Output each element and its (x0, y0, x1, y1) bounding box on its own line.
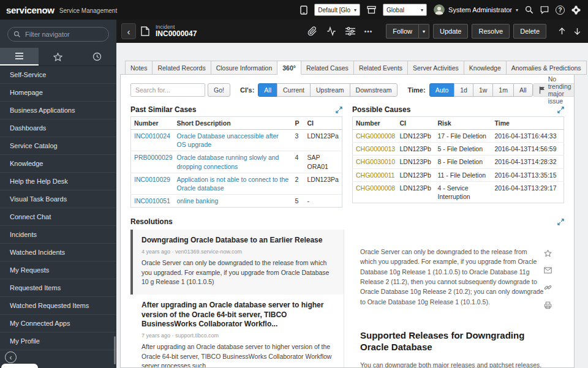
tab-related-events[interactable]: Related Events (354, 61, 408, 75)
time-cell: 2016-04-13T13:35:15 (492, 168, 564, 181)
tab-server-activities[interactable]: Server Activities (408, 61, 464, 75)
resolve-button[interactable]: Resolve (472, 24, 510, 39)
sidebar-tab-all-applications[interactable] (0, 48, 39, 66)
update-button[interactable]: Update (433, 24, 468, 39)
sidebar-item-my-profile[interactable]: My Profile (0, 332, 116, 350)
tab-anomalies-predictions[interactable]: Anomalies & Predictions (507, 61, 587, 75)
attachment-paperclip-icon[interactable] (307, 26, 317, 36)
previous-record-arrow-up-icon[interactable] (557, 26, 567, 36)
help-icon[interactable]: ? (556, 6, 565, 15)
column-header[interactable]: Risk (435, 117, 492, 130)
activity-stream-icon[interactable] (326, 26, 336, 36)
personalize-sliders-icon[interactable] (345, 27, 355, 36)
time-filter-1w[interactable]: 1w (473, 83, 493, 97)
user-menu[interactable]: System Administrator ▾ (434, 4, 518, 15)
case-number-link[interactable]: PRB0000029 (134, 154, 172, 161)
sidebar-scrollbar[interactable] (114, 336, 116, 364)
tab-related-cases[interactable]: Related Cases (301, 61, 354, 75)
email-envelope-icon[interactable] (544, 267, 552, 274)
chat-icon[interactable] (540, 6, 549, 14)
tab-360[interactable]: 360° (277, 61, 301, 75)
column-header[interactable]: P (292, 117, 304, 130)
ci-filter-all[interactable]: All (258, 83, 277, 97)
favorite-star-icon[interactable] (544, 249, 552, 257)
time-filter-1d[interactable]: 1d (454, 83, 473, 97)
time-filter-1m[interactable]: 1m (492, 83, 514, 97)
sidebar-item-requested-items[interactable]: Requested Items (0, 279, 116, 297)
time-filter-all[interactable]: All (513, 83, 533, 97)
case-number-link[interactable]: INC0010051 (134, 197, 170, 205)
table-row: CHG0000011 LDN123Pb 11 - File Deletion 2… (353, 168, 564, 181)
back-icon[interactable]: ‹ (121, 23, 136, 39)
case-description-link[interactable]: online banking (177, 197, 219, 205)
link-icon[interactable] (544, 284, 552, 291)
column-header[interactable]: CI (397, 117, 435, 130)
change-number-link[interactable]: CHG0000008 (356, 184, 395, 192)
ci-filter-downstream[interactable]: Downstream (350, 83, 398, 97)
delete-button[interactable]: Delete (513, 24, 546, 39)
trending-status-badge: No trending major issue (533, 83, 575, 97)
sidebar-item-watched-incidents[interactable]: Watched Incidents (0, 244, 116, 261)
change-number-link[interactable]: CHG0000013 (356, 145, 395, 152)
change-number-link[interactable]: CHG0000011 (356, 171, 394, 179)
case-description-link[interactable]: Oracle database running slowly and dropp… (177, 154, 279, 170)
time-filter-auto[interactable]: Auto (429, 83, 455, 97)
ci-filter-upstream[interactable]: Upstream (310, 83, 350, 97)
chevron-down-icon: ▾ (354, 7, 356, 13)
sidebar-item-dashboards[interactable]: Dashboards (0, 119, 116, 137)
update-set-stack-icon[interactable] (367, 6, 376, 14)
column-header[interactable]: Time (492, 117, 564, 130)
more-options-icon[interactable]: ••• (364, 28, 373, 35)
expand-icon[interactable] (557, 107, 564, 113)
sidebar-item-watched-requested-items[interactable]: Watched Requested Items (0, 297, 116, 315)
sidebar-item-knowledge[interactable]: Knowledge (0, 155, 116, 173)
sidebar-item-my-connected-apps[interactable]: My Connected Apps (0, 315, 116, 332)
resolution-item[interactable]: Downgrading Oracle Database to an Earlie… (130, 230, 344, 295)
sidebar-tab-history[interactable] (78, 48, 116, 66)
ci-filter-current[interactable]: Current (277, 83, 311, 97)
sidebar-item-homepage[interactable]: Homepage (0, 84, 116, 102)
tab-related-records[interactable]: Related Records (153, 61, 211, 75)
domain-picker[interactable]: Global ▾ (383, 4, 427, 16)
tab-knowledge[interactable]: Knowledge (464, 61, 507, 75)
case-description-link[interactable]: Application is not able to connect to th… (177, 176, 289, 192)
case-description-link[interactable]: Oracle Database unaccessible after OS up… (177, 132, 279, 148)
search-icon[interactable] (525, 6, 533, 14)
update-set-picker[interactable]: Default [Glo ▾ (314, 4, 360, 16)
tab-notes[interactable]: Notes (125, 61, 153, 75)
filter-navigator-input[interactable] (7, 27, 109, 42)
sidebar-item-help-the-help-desk[interactable]: Help the Help Desk (0, 173, 116, 190)
change-number-link[interactable]: CHG0000008 (356, 132, 395, 140)
column-header[interactable]: Number (131, 117, 174, 130)
sidebar-collapse-icon[interactable]: ‹ (5, 351, 17, 363)
tab-closure-information[interactable]: Closure Information (211, 61, 278, 75)
expand-icon[interactable] (336, 107, 342, 113)
sidebar-item-visual-task-boards[interactable]: Visual Task Boards (0, 190, 116, 208)
column-header[interactable]: CI (304, 117, 342, 130)
resolution-meta: 7 years ago · support.tibco.com (141, 332, 335, 339)
follow-caret-icon[interactable]: ▾ (419, 24, 429, 39)
column-header[interactable]: Short Description (174, 117, 292, 130)
sidebar-item-connect-chat[interactable]: Connect Chat (0, 208, 116, 226)
sidebar-item-self-service[interactable]: Self-Service (0, 66, 116, 84)
sidebar-item-my-requests[interactable]: My Requests (0, 261, 116, 279)
sidebar-tab-favorites[interactable] (39, 48, 77, 66)
case-number-link[interactable]: INC0010029 (134, 176, 170, 183)
sidebar-item-business-applications[interactable]: Business Applications (0, 102, 116, 119)
next-record-arrow-down-icon[interactable] (573, 26, 582, 36)
expand-icon[interactable] (557, 219, 564, 225)
sidebar-item-service-catalog[interactable]: Service Catalog (0, 137, 116, 155)
resolution-title: Downgrading Oracle Database to an Earlie… (141, 236, 335, 246)
print-icon[interactable] (544, 301, 552, 309)
change-number-link[interactable]: CHG0030010 (356, 158, 395, 165)
sidebar-item-incidents[interactable]: Incidents (0, 226, 116, 244)
case-number-link[interactable]: INC0010024 (134, 132, 170, 140)
table-row: CHG0030010 LDN123Pb 8 - File Deletion 20… (353, 156, 564, 168)
gear-icon[interactable] (571, 6, 581, 15)
column-header[interactable]: Number (353, 117, 397, 130)
follow-button[interactable]: Follow (386, 24, 419, 39)
mobile-device-icon[interactable] (300, 6, 307, 15)
go-button[interactable]: Go! (208, 83, 230, 97)
resolution-item[interactable]: After upgrading an Oracle database serve… (130, 295, 344, 368)
search-input[interactable] (130, 83, 205, 97)
